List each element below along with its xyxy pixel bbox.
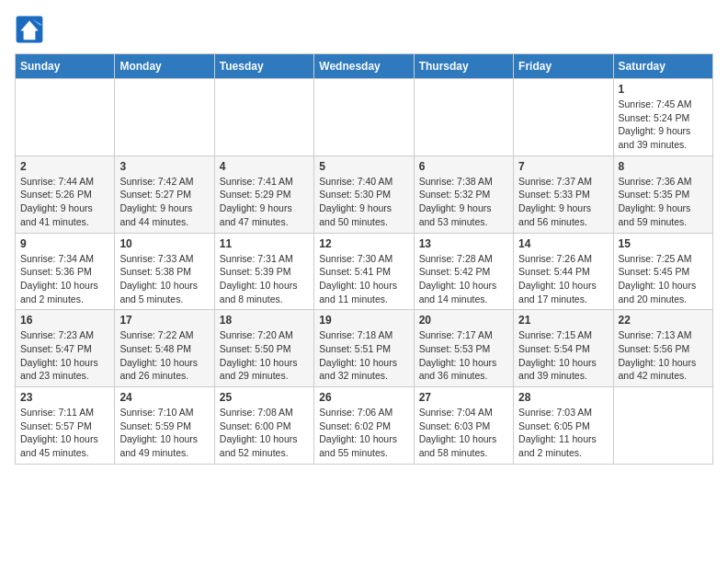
day-number: 9 (20, 237, 109, 250)
calendar-cell (414, 79, 513, 156)
day-number: 23 (20, 391, 109, 404)
calendar-cell: 15Sunrise: 7:25 AM Sunset: 5:45 PM Dayli… (613, 233, 712, 310)
calendar-cell: 21Sunrise: 7:15 AM Sunset: 5:54 PM Dayli… (514, 310, 613, 387)
day-number: 14 (518, 237, 608, 250)
calendar-cell: 27Sunrise: 7:04 AM Sunset: 6:03 PM Dayli… (414, 387, 513, 465)
day-number: 25 (220, 391, 309, 404)
calendar-cell: 10Sunrise: 7:33 AM Sunset: 5:38 PM Dayli… (115, 233, 214, 310)
weekday-header-sunday: Sunday (16, 54, 115, 79)
calendar-cell: 8Sunrise: 7:36 AM Sunset: 5:35 PM Daylig… (613, 155, 712, 233)
day-number: 15 (619, 237, 708, 250)
calendar-cell: 23Sunrise: 7:11 AM Sunset: 5:57 PM Dayli… (16, 387, 115, 465)
week-row-1: 1Sunrise: 7:45 AM Sunset: 5:24 PM Daylig… (16, 79, 713, 156)
calendar-cell: 28Sunrise: 7:03 AM Sunset: 6:05 PM Dayli… (514, 387, 613, 465)
day-info: Sunrise: 7:33 AM Sunset: 5:38 PM Dayligh… (119, 252, 209, 306)
weekday-header-tuesday: Tuesday (214, 54, 313, 79)
calendar-cell (214, 79, 313, 156)
calendar-cell: 5Sunrise: 7:40 AM Sunset: 5:30 PM Daylig… (314, 155, 414, 233)
calendar-cell: 7Sunrise: 7:37 AM Sunset: 5:33 PM Daylig… (514, 155, 613, 233)
day-number: 1 (619, 83, 708, 96)
day-info: Sunrise: 7:42 AM Sunset: 5:27 PM Dayligh… (119, 175, 209, 229)
day-info: Sunrise: 7:04 AM Sunset: 6:03 PM Dayligh… (419, 406, 508, 460)
weekday-header-monday: Monday (115, 54, 214, 79)
day-info: Sunrise: 7:23 AM Sunset: 5:47 PM Dayligh… (20, 328, 109, 383)
weekday-header-thursday: Thursday (414, 54, 513, 79)
day-number: 13 (419, 237, 508, 250)
calendar-cell: 17Sunrise: 7:22 AM Sunset: 5:48 PM Dayli… (115, 310, 214, 387)
calendar-cell (115, 79, 214, 156)
week-row-4: 16Sunrise: 7:23 AM Sunset: 5:47 PM Dayli… (16, 310, 713, 387)
day-number: 22 (619, 314, 708, 327)
weekday-header-row: SundayMondayTuesdayWednesdayThursdayFrid… (16, 54, 713, 79)
calendar-cell: 12Sunrise: 7:30 AM Sunset: 5:41 PM Dayli… (314, 233, 414, 310)
day-info: Sunrise: 7:44 AM Sunset: 5:26 PM Dayligh… (20, 175, 109, 229)
day-number: 16 (20, 314, 109, 327)
day-info: Sunrise: 7:31 AM Sunset: 5:39 PM Dayligh… (220, 252, 309, 306)
calendar-cell (613, 387, 712, 465)
day-number: 27 (419, 391, 508, 404)
day-info: Sunrise: 7:37 AM Sunset: 5:33 PM Dayligh… (518, 175, 608, 229)
calendar-cell: 6Sunrise: 7:38 AM Sunset: 5:32 PM Daylig… (414, 155, 513, 233)
day-info: Sunrise: 7:28 AM Sunset: 5:42 PM Dayligh… (419, 252, 508, 306)
day-info: Sunrise: 7:17 AM Sunset: 5:53 PM Dayligh… (419, 328, 508, 383)
calendar-cell: 4Sunrise: 7:41 AM Sunset: 5:29 PM Daylig… (214, 155, 313, 233)
day-number: 24 (119, 391, 209, 404)
day-info: Sunrise: 7:40 AM Sunset: 5:30 PM Dayligh… (319, 175, 408, 229)
day-info: Sunrise: 7:38 AM Sunset: 5:32 PM Dayligh… (419, 175, 508, 229)
day-info: Sunrise: 7:45 AM Sunset: 5:24 PM Dayligh… (619, 98, 708, 152)
day-info: Sunrise: 7:34 AM Sunset: 5:36 PM Dayligh… (20, 252, 109, 306)
calendar-table: SundayMondayTuesdayWednesdayThursdayFrid… (15, 53, 713, 465)
calendar-cell: 11Sunrise: 7:31 AM Sunset: 5:39 PM Dayli… (214, 233, 313, 310)
logo-icon (15, 15, 44, 44)
day-info: Sunrise: 7:15 AM Sunset: 5:54 PM Dayligh… (518, 328, 608, 383)
day-number: 2 (20, 160, 109, 173)
day-number: 3 (119, 160, 209, 173)
week-row-5: 23Sunrise: 7:11 AM Sunset: 5:57 PM Dayli… (16, 387, 713, 465)
calendar-cell: 13Sunrise: 7:28 AM Sunset: 5:42 PM Dayli… (414, 233, 513, 310)
calendar-cell: 14Sunrise: 7:26 AM Sunset: 5:44 PM Dayli… (514, 233, 613, 310)
day-info: Sunrise: 7:10 AM Sunset: 5:59 PM Dayligh… (119, 406, 209, 460)
day-number: 26 (319, 391, 408, 404)
week-row-3: 9Sunrise: 7:34 AM Sunset: 5:36 PM Daylig… (16, 233, 713, 310)
day-info: Sunrise: 7:20 AM Sunset: 5:50 PM Dayligh… (220, 328, 309, 383)
day-number: 7 (518, 160, 608, 173)
day-number: 5 (319, 160, 408, 173)
day-number: 17 (119, 314, 209, 327)
calendar-cell: 25Sunrise: 7:08 AM Sunset: 6:00 PM Dayli… (214, 387, 313, 465)
day-info: Sunrise: 7:13 AM Sunset: 5:56 PM Dayligh… (619, 328, 708, 383)
calendar-cell: 24Sunrise: 7:10 AM Sunset: 5:59 PM Dayli… (115, 387, 214, 465)
calendar-cell: 2Sunrise: 7:44 AM Sunset: 5:26 PM Daylig… (16, 155, 115, 233)
day-number: 18 (220, 314, 309, 327)
day-info: Sunrise: 7:30 AM Sunset: 5:41 PM Dayligh… (319, 252, 408, 306)
day-number: 12 (319, 237, 408, 250)
calendar-cell: 22Sunrise: 7:13 AM Sunset: 5:56 PM Dayli… (613, 310, 712, 387)
calendar-cell: 18Sunrise: 7:20 AM Sunset: 5:50 PM Dayli… (214, 310, 313, 387)
day-number: 4 (220, 160, 309, 173)
day-number: 11 (220, 237, 309, 250)
calendar-cell: 3Sunrise: 7:42 AM Sunset: 5:27 PM Daylig… (115, 155, 214, 233)
calendar-cell (514, 79, 613, 156)
calendar-cell: 9Sunrise: 7:34 AM Sunset: 5:36 PM Daylig… (16, 233, 115, 310)
calendar-cell (314, 79, 414, 156)
day-number: 19 (319, 314, 408, 327)
day-number: 20 (419, 314, 508, 327)
day-info: Sunrise: 7:26 AM Sunset: 5:44 PM Dayligh… (518, 252, 608, 306)
logo (15, 15, 48, 44)
day-info: Sunrise: 7:08 AM Sunset: 6:00 PM Dayligh… (220, 406, 309, 460)
day-info: Sunrise: 7:25 AM Sunset: 5:45 PM Dayligh… (619, 252, 708, 306)
day-info: Sunrise: 7:36 AM Sunset: 5:35 PM Dayligh… (619, 175, 708, 229)
day-info: Sunrise: 7:22 AM Sunset: 5:48 PM Dayligh… (119, 328, 209, 383)
calendar-cell: 19Sunrise: 7:18 AM Sunset: 5:51 PM Dayli… (314, 310, 414, 387)
day-number: 6 (419, 160, 508, 173)
calendar-cell: 20Sunrise: 7:17 AM Sunset: 5:53 PM Dayli… (414, 310, 513, 387)
day-info: Sunrise: 7:18 AM Sunset: 5:51 PM Dayligh… (319, 328, 408, 383)
weekday-header-friday: Friday (514, 54, 613, 79)
week-row-2: 2Sunrise: 7:44 AM Sunset: 5:26 PM Daylig… (16, 155, 713, 233)
calendar-cell: 26Sunrise: 7:06 AM Sunset: 6:02 PM Dayli… (314, 387, 414, 465)
weekday-header-wednesday: Wednesday (314, 54, 414, 79)
day-number: 28 (518, 391, 608, 404)
day-info: Sunrise: 7:03 AM Sunset: 6:05 PM Dayligh… (518, 406, 608, 460)
calendar-cell: 16Sunrise: 7:23 AM Sunset: 5:47 PM Dayli… (16, 310, 115, 387)
day-info: Sunrise: 7:06 AM Sunset: 6:02 PM Dayligh… (319, 406, 408, 460)
day-number: 8 (619, 160, 708, 173)
